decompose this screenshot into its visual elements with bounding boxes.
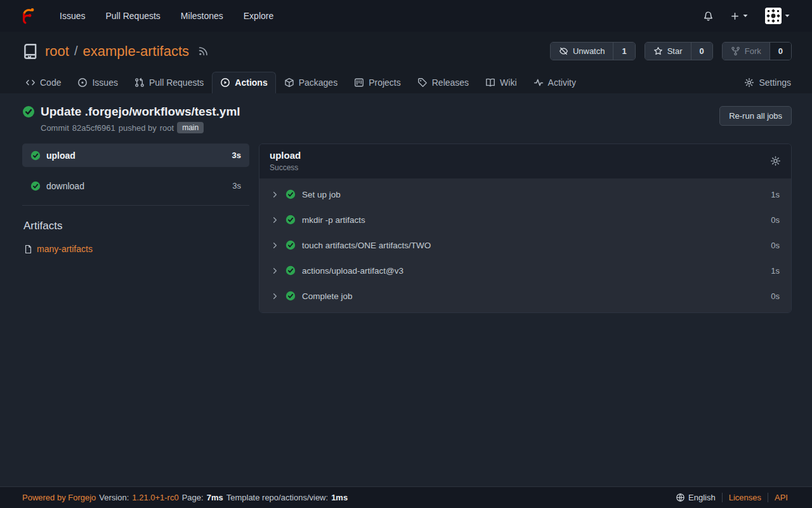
watchers-count[interactable]: 1 <box>613 43 634 60</box>
footer-left: Powered by Forgejo Version: 1.21.0+1-rc0… <box>22 493 348 502</box>
api-link[interactable]: API <box>768 493 794 502</box>
step-row-complete-job[interactable]: Complete job 0s <box>259 283 791 309</box>
repo-name-link[interactable]: example-artifacts <box>82 43 189 60</box>
job-options-gear-icon[interactable] <box>770 156 781 166</box>
step-row-touch-artifacts[interactable]: touch artifacts/ONE artifacts/TWO 0s <box>259 232 791 258</box>
issue-icon <box>77 77 88 88</box>
plus-icon <box>730 11 740 21</box>
repo-action-buttons: Unwatch 1 Star 0 Fork 0 <box>550 42 792 60</box>
job-duration: 3s <box>232 181 241 190</box>
create-new-dropdown[interactable] <box>725 8 754 25</box>
tab-wiki[interactable]: Wiki <box>477 72 525 93</box>
forgejo-logo[interactable] <box>16 6 37 26</box>
step-name: Complete job <box>302 291 353 301</box>
step-duration: 0s <box>771 241 780 250</box>
stars-count[interactable]: 0 <box>691 43 712 60</box>
step-name: touch artifacts/ONE artifacts/TWO <box>302 241 431 250</box>
branch-badge[interactable]: main <box>177 122 204 133</box>
version-link[interactable]: 1.21.0+1-rc0 <box>132 493 178 502</box>
chevron-right-icon <box>271 267 279 275</box>
step-row-upload-artifact[interactable]: actions/upload-artifact@v3 1s <box>259 258 791 283</box>
tab-releases[interactable]: Releases <box>409 72 477 93</box>
repo-title-separator: / <box>74 44 78 58</box>
top-navbar: Issues Pull Requests Milestones Explore <box>0 0 812 32</box>
repo-header: root / example-artifacts Unwatch 1 Star … <box>0 32 812 68</box>
powered-by-forgejo-link[interactable]: Powered by Forgejo <box>22 493 96 502</box>
template-time: 1ms <box>331 493 348 502</box>
eye-off-icon <box>559 46 568 56</box>
package-icon <box>284 77 294 88</box>
job-row-download[interactable]: download 3s <box>22 174 249 197</box>
pulse-icon <box>534 77 544 88</box>
nav-link-pull-requests[interactable]: Pull Requests <box>98 6 167 26</box>
tab-settings[interactable]: Settings <box>736 72 799 93</box>
repo-title: root / example-artifacts <box>45 43 209 60</box>
language-selector[interactable]: English <box>669 493 722 502</box>
notifications-button[interactable] <box>698 7 719 25</box>
pull-request-icon <box>134 77 145 88</box>
star-button[interactable]: Star <box>645 43 691 60</box>
star-icon <box>653 46 663 56</box>
success-check-icon <box>22 105 35 118</box>
code-icon <box>25 77 36 88</box>
nav-link-explore[interactable]: Explore <box>236 6 281 26</box>
rerun-all-jobs-button[interactable]: Re-run all jobs <box>719 106 792 126</box>
user-menu-dropdown[interactable] <box>760 4 796 28</box>
job-detail-name: upload <box>270 150 301 161</box>
job-detail-header: upload Success <box>259 144 791 178</box>
rss-icon[interactable] <box>198 46 209 57</box>
licenses-link[interactable]: Licenses <box>722 493 768 502</box>
commit-label: Commit <box>41 123 69 133</box>
repo-header-section: root / example-artifacts Unwatch 1 Star … <box>0 32 812 93</box>
success-check-icon <box>30 181 41 191</box>
chevron-right-icon <box>271 190 279 199</box>
step-duration: 1s <box>771 266 780 276</box>
step-row-mkdir[interactable]: mkdir -p artifacts 0s <box>259 207 791 232</box>
forks-count[interactable]: 0 <box>769 43 791 60</box>
star-button-group: Star 0 <box>645 42 713 60</box>
unwatch-button[interactable]: Unwatch <box>551 43 613 60</box>
tab-pull-requests[interactable]: Pull Requests <box>126 72 212 93</box>
commit-hash[interactable]: 82a5cf6961 <box>72 123 115 133</box>
navbar-right <box>698 4 796 28</box>
tab-activity[interactable]: Activity <box>525 72 584 93</box>
tab-projects[interactable]: Projects <box>346 72 409 93</box>
artifacts-heading: Artifacts <box>23 220 249 232</box>
nav-link-issues[interactable]: Issues <box>52 6 93 26</box>
tab-actions[interactable]: Actions <box>212 72 275 93</box>
tab-code[interactable]: Code <box>17 72 69 93</box>
file-icon <box>23 244 33 254</box>
chevron-right-icon <box>271 241 279 250</box>
tab-packages[interactable]: Packages <box>276 72 346 93</box>
sidebar-divider <box>22 205 249 206</box>
nav-link-milestones[interactable]: Milestones <box>173 6 231 26</box>
success-check-icon <box>285 240 296 250</box>
chevron-down-icon <box>784 13 790 19</box>
page-time: 7ms <box>207 493 223 502</box>
success-check-icon <box>285 215 296 225</box>
chevron-right-icon <box>271 216 279 224</box>
step-name: actions/upload-artifact@v3 <box>302 266 403 276</box>
repo-owner-link[interactable]: root <box>45 43 69 60</box>
gear-icon <box>744 77 754 88</box>
fork-button: Fork <box>723 43 769 60</box>
repo-icon <box>22 43 39 60</box>
tab-issues[interactable]: Issues <box>69 72 126 93</box>
artifact-link-many-artifacts[interactable]: many-artifacts <box>23 244 249 254</box>
success-check-icon <box>285 265 296 276</box>
repo-tabs: Code Issues Pull Requests Actions Packag… <box>0 68 812 93</box>
step-duration: 1s <box>771 190 780 199</box>
footer: Powered by Forgejo Version: 1.21.0+1-rc0… <box>0 486 812 508</box>
project-icon <box>354 77 364 88</box>
globe-icon <box>676 493 685 502</box>
workflow-run-header: Update .forgejo/workflows/test.yml Commi… <box>0 93 812 141</box>
job-row-upload[interactable]: upload 3s <box>22 144 249 167</box>
page-label: Page: <box>182 493 204 502</box>
commit-author[interactable]: root <box>160 123 174 133</box>
watch-button-group: Unwatch 1 <box>550 42 636 60</box>
play-circle-icon <box>220 77 230 88</box>
step-duration: 0s <box>771 291 780 301</box>
success-check-icon <box>285 291 296 301</box>
step-row-set-up-job[interactable]: Set up job 1s <box>259 182 791 207</box>
job-steps-list: Set up job 1s mkdir -p artifacts 0s touc… <box>259 178 791 312</box>
